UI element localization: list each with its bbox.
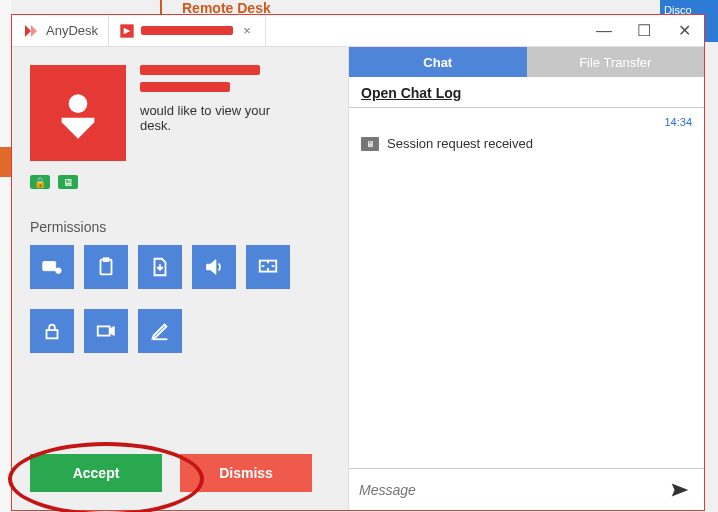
person-shield-icon xyxy=(50,85,106,141)
tab-chat[interactable]: Chat xyxy=(349,47,527,77)
lock-status-icon: 🔒 xyxy=(30,175,50,189)
permissions-label: Permissions xyxy=(30,219,330,235)
titlebar: AnyDesk × — ☐ ✕ xyxy=(12,15,704,47)
request-panel: would like to view your desk. 🔒 🖥 Permis… xyxy=(12,47,348,510)
request-line2: desk. xyxy=(140,118,171,133)
chat-system-message: Session request received xyxy=(387,136,533,151)
svg-marker-0 xyxy=(25,25,31,37)
window-close-button[interactable]: ✕ xyxy=(664,15,704,46)
message-input[interactable] xyxy=(359,482,666,498)
tab-file-transfer[interactable]: File Transfer xyxy=(527,47,705,77)
perm-sound[interactable] xyxy=(192,245,236,289)
anydesk-logo-icon xyxy=(22,22,40,40)
svg-point-6 xyxy=(56,268,61,274)
send-button[interactable] xyxy=(666,476,694,504)
window-maximize-button[interactable]: ☐ xyxy=(624,15,664,46)
monitor-small-icon: 🖥 xyxy=(361,137,379,151)
tab-session-name-redacted xyxy=(141,26,233,35)
perm-file[interactable] xyxy=(138,245,182,289)
svg-rect-5 xyxy=(43,262,56,271)
tab-home[interactable]: AnyDesk xyxy=(12,15,109,46)
status-icons: 🔒 🖥 xyxy=(30,175,330,189)
send-icon xyxy=(669,479,691,501)
svg-rect-11 xyxy=(98,326,110,335)
open-chat-log-link[interactable]: Open Chat Log xyxy=(349,77,704,108)
chat-timestamp: 14:34 xyxy=(664,116,692,128)
svg-marker-1 xyxy=(31,25,37,37)
svg-point-4 xyxy=(69,94,88,113)
tab-home-label: AnyDesk xyxy=(46,23,98,38)
anydesk-window: AnyDesk × — ☐ ✕ xyxy=(11,14,705,511)
permissions-grid xyxy=(30,245,330,353)
perm-keyboard-mouse[interactable] xyxy=(30,245,74,289)
requester-id-redacted xyxy=(140,82,230,92)
window-minimize-button[interactable]: — xyxy=(584,15,624,46)
perm-screen[interactable] xyxy=(246,245,290,289)
requester-avatar xyxy=(30,65,126,161)
svg-rect-10 xyxy=(47,330,58,338)
perm-clipboard[interactable] xyxy=(84,245,128,289)
monitor-status-icon: 🖥 xyxy=(58,175,78,189)
accept-button[interactable]: Accept xyxy=(30,454,162,492)
tab-session[interactable]: × xyxy=(109,15,266,46)
svg-rect-8 xyxy=(103,258,109,262)
perm-lock[interactable] xyxy=(30,309,74,353)
requester-name-redacted xyxy=(140,65,260,75)
tab-close-button[interactable]: × xyxy=(239,23,255,38)
dismiss-button[interactable]: Dismiss xyxy=(180,454,312,492)
chat-panel: Chat File Transfer Open Chat Log 14:34 🖥… xyxy=(348,47,704,510)
request-line1: would like to view your xyxy=(140,103,270,118)
chat-area: 14:34 🖥 Session request received xyxy=(349,108,704,468)
perm-draw[interactable] xyxy=(138,309,182,353)
bg-remote-desk-label: Remote Desk xyxy=(160,0,360,15)
perm-record[interactable] xyxy=(84,309,128,353)
anydesk-tile-icon xyxy=(119,23,135,39)
